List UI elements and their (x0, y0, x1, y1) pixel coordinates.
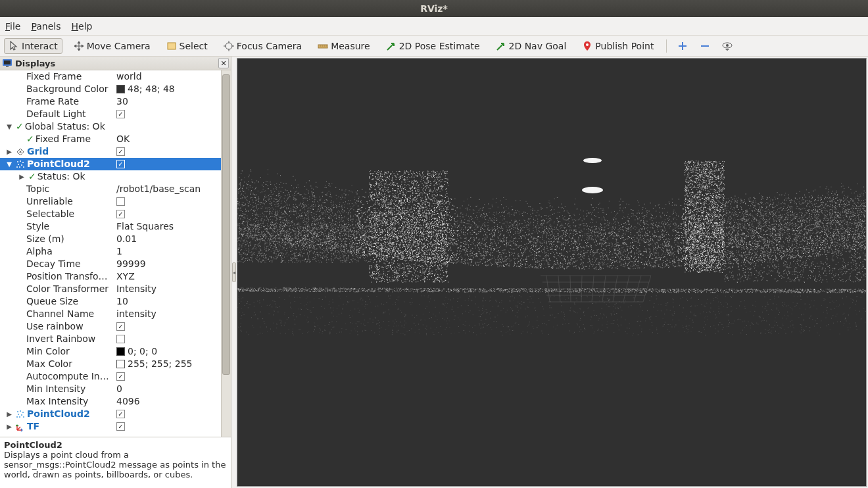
svg-rect-1986 (831, 239, 832, 239)
svg-rect-20003 (764, 256, 765, 257)
svg-rect-3523 (865, 210, 866, 211)
checkbox[interactable] (116, 160, 125, 168)
checkbox[interactable] (116, 210, 125, 218)
svg-rect-10502 (442, 186, 443, 187)
view-options-button[interactable] (719, 38, 735, 54)
svg-rect-15589 (760, 333, 761, 333)
svg-rect-3791 (739, 247, 740, 247)
svg-rect-5767 (452, 209, 452, 210)
pose-estimate-button[interactable]: 2D Pose Estimate (381, 38, 485, 54)
svg-rect-15295 (652, 291, 652, 292)
checkbox[interactable] (116, 147, 125, 156)
row-background-color[interactable]: Background Color 48; 48; 48 (0, 83, 221, 95)
row-pc2-status[interactable]: ▶✓Status: Ok (0, 170, 221, 183)
interact-button[interactable]: Interact (4, 38, 62, 54)
row-decay-time[interactable]: Decay Time 99999 (0, 258, 221, 270)
checkbox[interactable] (116, 197, 125, 206)
checkbox[interactable] (116, 110, 125, 118)
svg-rect-8030 (424, 262, 425, 262)
svg-rect-10748 (447, 246, 448, 247)
row-position-transformer[interactable]: Position Transfo… XYZ (0, 270, 221, 283)
menu-help[interactable]: Help (72, 21, 93, 32)
row-default-light[interactable]: Default Light (0, 108, 221, 120)
svg-rect-19799 (848, 235, 849, 235)
row-selectable[interactable]: Selectable (0, 208, 221, 220)
svg-rect-19209 (824, 249, 825, 250)
row-invert-rainbow[interactable]: Invert Rainbow (0, 333, 221, 345)
3d-viewport[interactable] (237, 58, 867, 487)
row-use-rainbow[interactable]: Use rainbow (0, 320, 221, 333)
svg-rect-12088 (723, 201, 723, 201)
checkbox[interactable] (116, 372, 125, 381)
row-fixed-frame[interactable]: Fixed Frame world (0, 70, 221, 83)
svg-rect-1015 (543, 233, 544, 234)
row-max-color[interactable]: Max Color 255; 255; 255 (0, 358, 221, 370)
tree-scrollbar[interactable] (221, 70, 231, 437)
checkbox[interactable] (116, 335, 125, 343)
svg-rect-7096 (398, 244, 399, 245)
svg-rect-6096 (562, 224, 562, 224)
row-fixed-frame-status[interactable]: ✓Fixed Frame OK (0, 133, 221, 145)
row-global-status[interactable]: ▼✓Global Status: Ok (0, 120, 221, 133)
svg-rect-13900 (861, 291, 861, 291)
row-color-transformer[interactable]: Color Transformer Intensity (0, 283, 221, 295)
svg-rect-7601 (706, 221, 706, 222)
row-frame-rate[interactable]: Frame Rate 30 (0, 95, 221, 108)
svg-rect-14756 (431, 291, 431, 292)
checkbox[interactable] (116, 422, 125, 431)
svg-rect-12907 (718, 166, 719, 166)
nav-goal-button[interactable]: 2D Nav Goal (491, 38, 571, 54)
select-button[interactable]: Select (162, 38, 212, 54)
row-tf[interactable]: ▶ TF (0, 420, 221, 433)
svg-rect-7152 (447, 214, 448, 215)
measure-button[interactable]: Measure (313, 38, 375, 54)
menu-panels[interactable]: Panels (31, 21, 60, 32)
svg-rect-603 (259, 224, 260, 225)
row-alpha[interactable]: Alpha 1 (0, 245, 221, 258)
checkbox[interactable] (116, 322, 125, 331)
svg-rect-16287 (472, 327, 473, 328)
svg-rect-5116 (783, 233, 783, 234)
checkbox[interactable] (116, 410, 125, 418)
svg-rect-16345 (388, 296, 389, 297)
row-queue-size[interactable]: Queue Size 10 (0, 295, 221, 308)
move-camera-button[interactable]: Move Camera (69, 38, 155, 54)
panel-splitter[interactable] (231, 57, 237, 488)
row-size[interactable]: Size (m) 0.01 (0, 233, 221, 245)
row-channel-name[interactable]: Channel Name intensity (0, 308, 221, 320)
svg-rect-9433 (427, 174, 428, 174)
svg-rect-19059 (846, 239, 847, 239)
remove-display-button[interactable] (697, 38, 713, 54)
row-pointcloud2[interactable]: ▼ PointCloud2 (0, 158, 221, 170)
svg-rect-4478 (258, 228, 258, 229)
row-pointcloud2-2[interactable]: ▶ PointCloud2 (0, 408, 221, 420)
row-topic[interactable]: Topic /robot1/base_scan (0, 183, 221, 195)
add-display-button[interactable] (675, 38, 690, 54)
displays-tree[interactable]: Fixed Frame world Background Color 48; 4… (0, 70, 221, 437)
row-unreliable[interactable]: Unreliable (0, 195, 221, 208)
svg-rect-11075 (369, 249, 370, 249)
svg-rect-19406 (829, 222, 829, 223)
focus-camera-button[interactable]: Focus Camera (219, 38, 306, 54)
svg-rect-5728 (752, 229, 752, 230)
svg-rect-2065 (445, 215, 445, 216)
publish-point-button[interactable]: Publish Point (577, 38, 658, 54)
svg-rect-7107 (370, 194, 371, 195)
svg-rect-16122 (618, 308, 619, 308)
svg-rect-5419 (832, 220, 832, 221)
svg-rect-3046 (861, 235, 861, 235)
row-grid[interactable]: ▶ Grid (0, 145, 221, 158)
row-autocompute[interactable]: Autocompute In… (0, 370, 221, 383)
row-max-intensity[interactable]: Max Intensity 4096 (0, 395, 221, 408)
svg-rect-6804 (408, 197, 409, 198)
menu-file[interactable]: File (5, 21, 20, 32)
close-panel-button[interactable]: ✕ (218, 58, 229, 68)
svg-rect-11539 (410, 188, 411, 189)
row-min-intensity[interactable]: Min Intensity 0 (0, 383, 221, 395)
row-style[interactable]: Style Flat Squares (0, 220, 221, 233)
displays-panel-header[interactable]: Displays ✕ (0, 57, 231, 70)
svg-rect-10794 (399, 275, 400, 276)
svg-rect-5578 (487, 236, 487, 237)
svg-rect-7976 (272, 198, 272, 199)
row-min-color[interactable]: Min Color 0; 0; 0 (0, 345, 221, 358)
